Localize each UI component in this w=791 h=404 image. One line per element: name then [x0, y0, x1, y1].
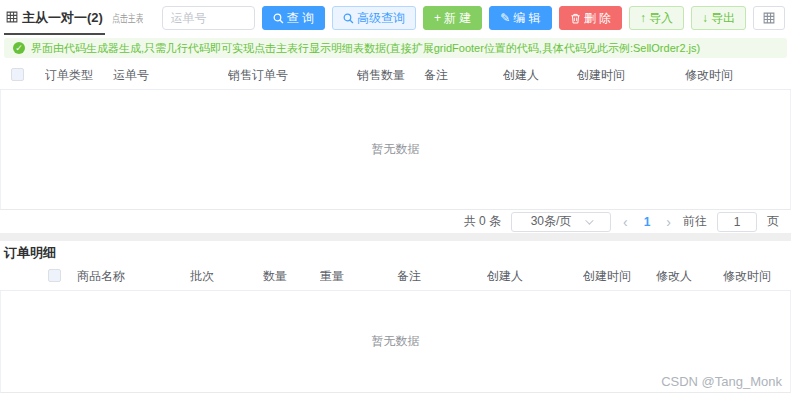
- trash-icon: [570, 13, 581, 24]
- page-size-value: 30条/页: [531, 213, 572, 230]
- detail-select-all-checkbox-cell: [40, 269, 77, 285]
- page-unit-label: 页: [767, 213, 779, 230]
- column-header-creator[interactable]: 创建人: [503, 67, 577, 84]
- detail-table: 商品名称 批次 数量 重量 备注 创建人 创建时间 修改人 修改时间 暂无数据: [0, 263, 791, 393]
- plus-icon: +: [434, 11, 441, 25]
- create-button[interactable]: + 新 建: [423, 6, 482, 30]
- detail-table-body: 暂无数据: [0, 291, 791, 393]
- chevron-down-icon: [585, 216, 593, 224]
- detail-table-header: 商品名称 批次 数量 重量 备注 创建人 创建时间 修改人 修改时间: [0, 263, 791, 291]
- info-alert: ✓ 界面由代码生成器生成,只需几行代码即可实现点击主表行显示明细表数据(直接扩展…: [4, 38, 787, 58]
- master-table: 订单类型 运单号 销售订单号 销售数量 备注 创建人 创建时间 修改时间 暂无数…: [0, 62, 791, 210]
- column-header-order-type[interactable]: 订单类型: [45, 67, 113, 84]
- select-all-checkbox[interactable]: [11, 68, 24, 81]
- arrow-up-icon: ↑: [640, 11, 646, 25]
- import-button-label: 导入: [649, 10, 673, 27]
- export-button-label: 导出: [711, 10, 735, 27]
- advanced-query-button-label: 高级查询: [357, 10, 405, 27]
- arrow-down-icon: ↓: [702, 11, 708, 25]
- query-button-label: 查 询: [287, 10, 314, 27]
- search-input[interactable]: [162, 6, 255, 30]
- grid-settings-icon: [763, 12, 775, 24]
- page-size-select[interactable]: 30条/页: [511, 212, 611, 232]
- advanced-query-button[interactable]: 高级查询: [332, 6, 416, 30]
- master-empty-text: 暂无数据: [372, 141, 420, 158]
- column-header-create-time[interactable]: 创建时间: [583, 268, 656, 285]
- select-all-checkbox-cell: [0, 68, 45, 84]
- detail-select-all-checkbox[interactable]: [48, 269, 61, 282]
- search-icon: [343, 13, 354, 24]
- goto-page-input[interactable]: [717, 212, 757, 232]
- master-table-body: 暂无数据: [0, 90, 791, 210]
- pencil-icon: ✎: [500, 11, 510, 25]
- column-header-remark[interactable]: 备注: [397, 268, 487, 285]
- create-button-label: 新 建: [444, 10, 471, 27]
- column-header-modifier[interactable]: 修改人: [656, 268, 723, 285]
- section-divider: [0, 233, 791, 241]
- delete-button-label: 删 除: [584, 10, 611, 27]
- alert-text: 界面由代码生成器生成,只需几行代码即可实现点击主表行显示明细表数据(直接扩展gr…: [31, 41, 700, 56]
- next-page-button[interactable]: ›: [664, 215, 673, 229]
- toolbar: 主从一对一(2) 点击主表行加载明细表数据,如果本地看不到此菜单,可... 查 …: [0, 0, 791, 36]
- pagination-total: 共 0 条: [464, 213, 501, 230]
- page-title-tab[interactable]: 主从一对一(2): [4, 1, 105, 35]
- column-header-modify-time[interactable]: 修改时间: [723, 268, 791, 285]
- column-header-remark[interactable]: 备注: [424, 67, 503, 84]
- prev-page-button[interactable]: ‹: [621, 215, 630, 229]
- column-header-waybill-no[interactable]: 运单号: [113, 67, 228, 84]
- pagination: 共 0 条 30条/页 ‹ 1 › 前往 页: [0, 210, 791, 233]
- detail-empty-text: 暂无数据: [372, 333, 420, 350]
- column-header-creator[interactable]: 创建人: [487, 268, 583, 285]
- query-button[interactable]: 查 询: [262, 6, 325, 30]
- grid-icon: [6, 11, 18, 26]
- column-header-batch[interactable]: 批次: [190, 268, 263, 285]
- master-table-header: 订单类型 运单号 销售订单号 销售数量 备注 创建人 创建时间 修改时间: [0, 62, 791, 90]
- goto-label: 前往: [683, 213, 707, 230]
- page-number-current[interactable]: 1: [640, 215, 655, 229]
- edit-button[interactable]: ✎ 编 辑: [489, 6, 551, 30]
- search-icon: [273, 13, 284, 24]
- column-header-quantity[interactable]: 数量: [263, 268, 320, 285]
- import-button[interactable]: ↑ 导入: [629, 6, 684, 30]
- check-circle-icon: ✓: [13, 42, 25, 54]
- column-header-sales-qty[interactable]: 销售数量: [357, 67, 424, 84]
- edit-button-label: 编 辑: [513, 10, 540, 27]
- page-subtitle: 点击主表行加载明细表数据,如果本地看不到此菜单,可...: [112, 11, 143, 26]
- column-header-create-time[interactable]: 创建时间: [577, 67, 685, 84]
- export-button[interactable]: ↓ 导出: [691, 6, 746, 30]
- page-title: 主从一对一(2): [22, 9, 103, 27]
- column-header-product-name[interactable]: 商品名称: [77, 268, 190, 285]
- column-header-sales-order-no[interactable]: 销售订单号: [228, 67, 357, 84]
- column-header-weight[interactable]: 重量: [320, 268, 397, 285]
- column-settings-button[interactable]: [753, 6, 785, 30]
- delete-button[interactable]: 删 除: [559, 6, 622, 30]
- column-header-modify-time[interactable]: 修改时间: [685, 67, 791, 84]
- detail-section-title: 订单明细: [0, 241, 791, 263]
